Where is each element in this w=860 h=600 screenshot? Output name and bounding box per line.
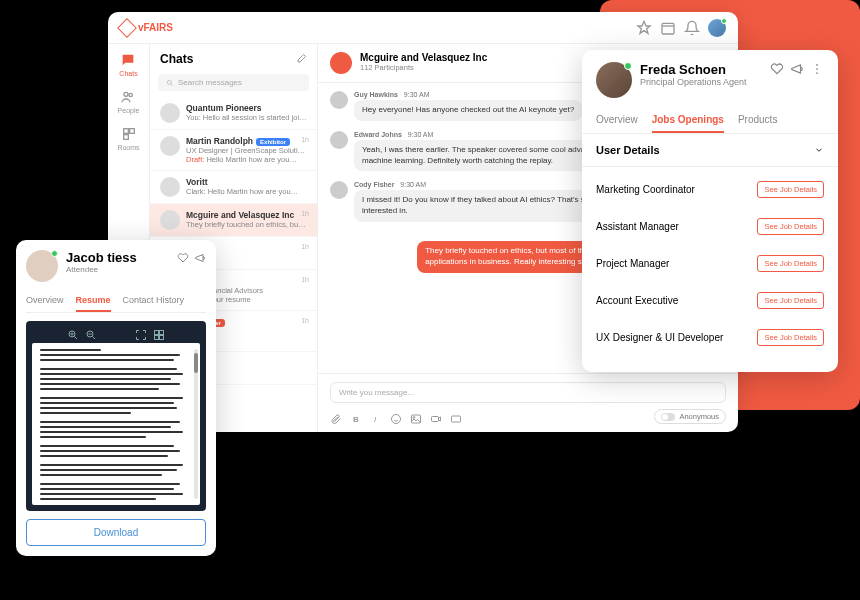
search-icon (166, 79, 174, 87)
image-icon[interactable] (410, 411, 422, 423)
see-job-button[interactable]: See Job Details (757, 181, 824, 198)
svg-rect-12 (432, 416, 439, 421)
svg-point-9 (392, 414, 401, 423)
chat-list-title: Chats (160, 52, 193, 66)
svg-rect-13 (452, 416, 461, 422)
people-icon (120, 89, 136, 105)
svg-rect-4 (129, 129, 134, 134)
svg-text:I: I (374, 415, 377, 424)
avatar (330, 131, 348, 149)
logo-icon (117, 18, 137, 38)
more-icon[interactable] (810, 62, 824, 76)
megaphone-icon[interactable] (790, 62, 804, 76)
see-job-button[interactable]: See Job Details (757, 218, 824, 235)
job-row: Account ExecutiveSee Job Details (596, 282, 824, 319)
user-details-accordion[interactable]: User Details (582, 134, 838, 167)
pin-icon[interactable] (636, 20, 652, 36)
avatar (160, 136, 180, 156)
svg-point-14 (816, 64, 818, 66)
expand-icon[interactable] (135, 327, 147, 339)
calendar-icon[interactable] (660, 20, 676, 36)
document-page[interactable] (32, 343, 200, 505)
svg-point-15 (816, 68, 818, 70)
job-title: UX Designer & UI Developer (596, 332, 723, 343)
sidebar-item-people[interactable]: People (118, 89, 140, 114)
edit-icon[interactable] (295, 53, 307, 65)
tab-overview[interactable]: Overview (26, 290, 64, 312)
job-row: Assistant ManagerSee Job Details (596, 208, 824, 245)
emoji-icon[interactable] (390, 411, 402, 423)
svg-point-1 (124, 92, 128, 96)
resume-avatar (26, 250, 58, 282)
avatar (160, 103, 180, 123)
video-icon[interactable] (450, 411, 462, 423)
chat-item[interactable]: Voritt Clark: Hello Martin how are you… (150, 171, 317, 204)
avatar (160, 177, 180, 197)
rooms-icon (121, 126, 137, 142)
bell-icon[interactable] (684, 20, 700, 36)
sidebar-item-rooms[interactable]: Rooms (117, 126, 139, 151)
svg-text:B: B (353, 415, 359, 424)
profile-name: Freda Schoen (640, 62, 747, 77)
svg-rect-22 (160, 336, 164, 340)
brand-name: vFAIRS (138, 22, 173, 33)
user-avatar[interactable] (708, 19, 726, 37)
message-input[interactable]: Write you message... (330, 382, 726, 403)
heart-icon[interactable] (177, 250, 189, 262)
svg-rect-20 (160, 331, 164, 335)
search-input[interactable]: Search messages (158, 74, 309, 91)
chat-icon (120, 52, 136, 68)
zoom-out-icon[interactable] (85, 327, 97, 339)
svg-point-2 (129, 93, 132, 96)
chat-item[interactable]: Quantum Pioneers You: Hello all session … (150, 97, 317, 130)
profile-role: Principal Operations Agent (640, 77, 747, 87)
sidebar-item-chats[interactable]: Chats (119, 52, 137, 77)
brand-logo: vFAIRS (120, 21, 173, 35)
svg-point-11 (413, 416, 415, 418)
chevron-down-icon (814, 145, 824, 155)
italic-icon[interactable]: I (370, 411, 382, 423)
job-row: UX Designer & UI DeveloperSee Job Detail… (596, 319, 824, 356)
svg-rect-19 (155, 331, 159, 335)
attachment-icon[interactable] (330, 411, 342, 423)
titlebar: vFAIRS (108, 12, 738, 44)
job-title: Project Manager (596, 258, 669, 269)
tab-overview[interactable]: Overview (596, 108, 638, 133)
download-button[interactable]: Download (26, 519, 206, 546)
job-title: Account Executive (596, 295, 678, 306)
tab-contact-history[interactable]: Contact History (123, 290, 185, 312)
job-row: Marketing CoordinatorSee Job Details (596, 171, 824, 208)
job-row: Project ManagerSee Job Details (596, 245, 824, 282)
profile-panel: Freda Schoen Principal Operations Agent … (582, 50, 838, 372)
zoom-in-icon[interactable] (67, 327, 79, 339)
tab-jobs[interactable]: Jobs Openings (652, 108, 724, 133)
see-job-button[interactable]: See Job Details (757, 329, 824, 346)
job-list: Marketing CoordinatorSee Job DetailsAssi… (582, 167, 838, 360)
megaphone-icon[interactable] (194, 250, 206, 262)
svg-rect-0 (662, 23, 674, 34)
tab-products[interactable]: Products (738, 108, 777, 133)
scrollbar[interactable] (194, 349, 198, 499)
anonymous-toggle[interactable]: Anonymous (654, 409, 726, 424)
chat-item[interactable]: Mcguire and Velasquez Inc They briefly t… (150, 204, 317, 237)
avatar (330, 181, 348, 199)
grid-icon[interactable] (153, 327, 165, 339)
avatar (160, 210, 180, 230)
chat-item[interactable]: Martin RandolphExhibitor UX Designer | G… (150, 130, 317, 171)
participant-count: 112 Participants (360, 63, 487, 72)
resume-name: Jacob tiess (66, 250, 137, 265)
svg-point-16 (816, 72, 818, 74)
camera-icon[interactable] (430, 411, 442, 423)
heart-icon[interactable] (770, 62, 784, 76)
tab-resume[interactable]: Resume (76, 290, 111, 312)
see-job-button[interactable]: See Job Details (757, 292, 824, 309)
avatar (330, 91, 348, 109)
svg-point-6 (167, 80, 171, 84)
svg-rect-5 (123, 135, 128, 140)
see-job-button[interactable]: See Job Details (757, 255, 824, 272)
toggle-switch (661, 413, 675, 421)
resume-role: Attendee (66, 265, 137, 274)
profile-tabs: Overview Jobs Openings Products (582, 108, 838, 134)
channel-avatar (330, 52, 352, 74)
bold-icon[interactable]: B (350, 411, 362, 423)
